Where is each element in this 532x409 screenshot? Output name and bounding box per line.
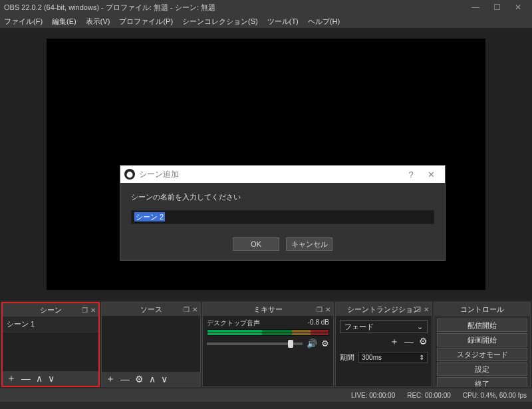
mixer-title: ミキサー [253,305,283,315]
stepper-icon[interactable]: ⇕ [419,354,424,361]
start-streaming-button[interactable]: 配信開始 [437,319,527,332]
transitions-body: フェード ⌄ ＋ — ⚙ 期間 300ms ⇕ [336,316,432,386]
duration-value: 300ms [362,354,382,361]
ok-button[interactable]: OK [233,237,279,251]
studio-mode-button[interactable]: スタジオモード [437,348,527,361]
remove-scene-button[interactable]: — [21,373,31,384]
obs-icon: ⬤ [124,169,135,180]
cancel-button[interactable]: キャンセル [286,237,332,251]
status-cpu: CPU: 0.4%, 60.00 fps [463,392,527,399]
exit-button[interactable]: 終了 [437,377,527,386]
menu-file[interactable]: ファイル(F) [3,15,44,28]
channel-db: -0.8 dB [308,319,329,328]
popout-icon[interactable]: ❐ [184,306,190,313]
sources-footer: ＋ — ⚙ ∧ ∨ [102,372,200,386]
mixer-header: ミキサー ❐ ✕ [203,303,333,316]
gear-icon[interactable]: ⚙ [321,339,329,348]
close-button[interactable]: ✕ [508,1,528,14]
channel-name: デスクトップ音声 [207,319,260,328]
menu-help[interactable]: ヘルプ(H) [307,15,341,28]
transition-selected: フェード [344,322,374,332]
scenes-dock: シーン ❐ ✕ シーン 1 ＋ — ∧ ∨ [1,302,100,387]
source-props-button[interactable]: ⚙ [135,374,144,384]
scenes-header: シーン ❐ ✕ [3,303,98,317]
status-rec: REC: 00:00:00 [407,392,451,399]
slider-thumb[interactable] [288,340,293,348]
transitions-dock: シーントランジション ❐ ✕ フェード ⌄ ＋ — ⚙ 期間 300ms ⇕ [335,302,432,387]
minimize-button[interactable]: — [466,1,485,14]
statusbar: LIVE: 00:00:00 REC: 00:00:00 CPU: 0.4%, … [0,388,532,402]
duration-label: 期間 [340,352,354,362]
sources-dock: ソース ❐ ✕ ＋ — ⚙ ∧ ∨ [101,302,201,387]
close-icon[interactable]: ✕ [424,306,429,313]
menu-edit[interactable]: 編集(E) [51,15,78,28]
docks-row: シーン ❐ ✕ シーン 1 ＋ — ∧ ∨ ソース ❐ ✕ ＋ — [0,301,532,388]
start-recording-button[interactable]: 録画開始 [437,333,527,346]
scene-name-value: シーン 2 [134,212,165,221]
popout-icon[interactable]: ❐ [82,307,88,314]
dialog-titlebar: ⬤ シーン追加 ? ✕ [120,166,445,183]
menu-view[interactable]: 表示(V) [84,15,112,28]
add-transition-button[interactable]: ＋ [390,336,399,348]
mixer-channel: デスクトップ音声 -0.8 dB 🔊 ⚙ [203,316,333,351]
close-icon[interactable]: ✕ [90,307,96,314]
menu-scene-collection[interactable]: シーンコレクション(S) [181,15,259,28]
scenes-title: シーン [40,305,62,315]
dialog-prompt: シーンの名前を入力してください [131,192,434,202]
transition-select[interactable]: フェード ⌄ [340,320,428,333]
sources-list[interactable] [102,316,200,372]
window-titlebar: OBS 22.0.2 (64-bit, windows) - プロファイル: 無… [0,0,532,15]
source-down-button[interactable]: ∨ [161,374,168,384]
volume-slider[interactable] [207,342,303,345]
source-up-button[interactable]: ∧ [149,374,156,384]
mixer-body: デスクトップ音声 -0.8 dB 🔊 ⚙ [203,316,333,386]
close-icon[interactable]: ✕ [192,306,198,313]
audio-meter [207,329,329,336]
remove-transition-button[interactable]: — [404,336,414,348]
window-buttons: — ☐ ✕ [466,1,528,14]
close-icon[interactable]: ✕ [325,306,331,313]
dialog-close-button[interactable]: ✕ [421,170,441,180]
menubar: ファイル(F) 編集(E) 表示(V) プロファイル(P) シーンコレクション(… [0,15,532,28]
scenes-footer: ＋ — ∧ ∨ [3,371,98,386]
add-source-button[interactable]: ＋ [106,373,115,385]
dialog-body: シーンの名前を入力してください シーン 2 [120,183,445,231]
sources-title: ソース [140,305,162,315]
menu-tools[interactable]: ツール(T) [266,15,300,28]
duration-input[interactable]: 300ms ⇕ [358,352,428,363]
window-title: OBS 22.0.2 (64-bit, windows) - プロファイル: 無… [4,3,466,13]
add-scene-button[interactable]: ＋ [7,372,16,384]
popout-icon[interactable]: ❐ [415,306,421,313]
add-scene-dialog: ⬤ シーン追加 ? ✕ シーンの名前を入力してください シーン 2 OK キャン… [120,165,446,261]
menu-profile[interactable]: プロファイル(P) [118,15,174,28]
status-live: LIVE: 00:00:00 [351,392,395,399]
maximize-button[interactable]: ☐ [487,1,507,14]
chevron-down-icon: ⌄ [417,323,423,331]
dialog-button-row: OK キャンセル [120,231,445,260]
dialog-help-button[interactable]: ? [401,170,421,180]
scenes-list[interactable]: シーン 1 [3,317,98,371]
scene-name-input[interactable]: シーン 2 [131,210,434,224]
settings-button[interactable]: 設定 [437,362,527,376]
scene-up-button[interactable]: ∧ [36,373,43,384]
controls-dock: コントロール 配信開始 録画開始 スタジオモード 設定 終了 [434,302,531,387]
transitions-title: シーントランジション [347,305,420,315]
transition-props-button[interactable]: ⚙ [419,336,428,348]
controls-body: 配信開始 録画開始 スタジオモード 設定 終了 [434,316,530,386]
remove-source-button[interactable]: — [120,374,130,384]
controls-title: コントロール [460,305,504,315]
controls-header: コントロール [434,303,530,316]
transitions-header: シーントランジション ❐ ✕ [336,303,432,316]
scene-down-button[interactable]: ∨ [48,373,55,384]
scene-item[interactable]: シーン 1 [3,317,98,333]
mixer-dock: ミキサー ❐ ✕ デスクトップ音声 -0.8 dB 🔊 ⚙ [202,302,334,387]
dialog-title: シーン追加 [139,169,401,180]
speaker-icon[interactable]: 🔊 [307,339,317,348]
sources-header: ソース ❐ ✕ [102,303,200,316]
popout-icon[interactable]: ❐ [317,306,323,313]
